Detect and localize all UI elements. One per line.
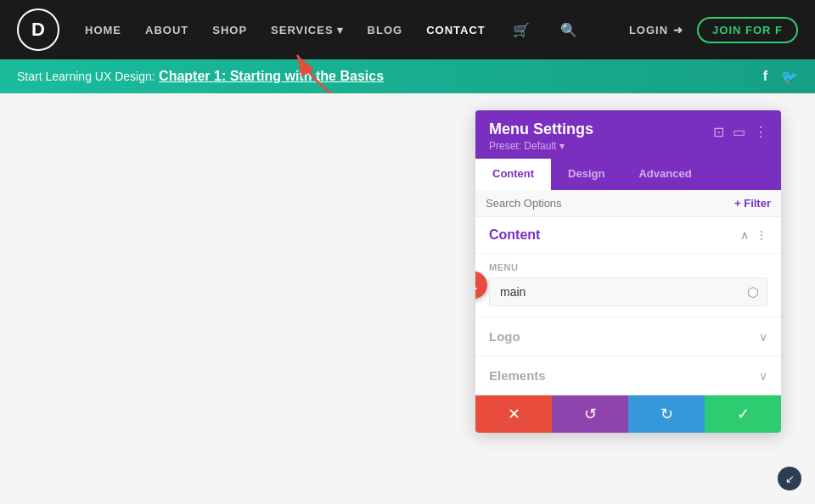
menu-field-label: Menu — [489, 262, 767, 272]
banner-link[interactable]: Chapter 1: Starting with the Basics — [159, 69, 384, 83]
cancel-button[interactable]: ✕ — [475, 395, 552, 433]
filter-button[interactable]: + Filter — [734, 197, 771, 210]
nav-services[interactable]: SERVICES ▾ — [271, 24, 344, 36]
logo-section-title: Logo — [489, 329, 520, 344]
social-icons: f 🐦 — [763, 69, 798, 85]
nav-blog[interactable]: BLOG — [368, 24, 403, 36]
main-area: Menu Settings Preset: Default ▾ ⊡ ▭ ⋮ Co… — [0, 93, 815, 504]
nav-shop[interactable]: SHOP — [212, 24, 247, 36]
elements-section-title: Elements — [489, 368, 546, 383]
search-options-input[interactable] — [486, 197, 734, 210]
undo-button[interactable]: ↺ — [552, 395, 628, 433]
tab-design[interactable]: Design — [551, 159, 621, 190]
nav-links: HOME ABOUT SHOP SERVICES ▾ BLOG CONTACT … — [85, 22, 629, 38]
panel-resize-icon[interactable]: ⊡ — [713, 124, 724, 140]
menu-settings-panel: Menu Settings Preset: Default ▾ ⊡ ▭ ⋮ Co… — [475, 110, 781, 433]
panel-preset: Preset: Default ▾ — [489, 140, 593, 152]
panel-more-icon[interactable]: ⋮ — [754, 124, 767, 140]
nav-home[interactable]: HOME — [85, 24, 121, 36]
panel-columns-icon[interactable]: ▭ — [733, 124, 745, 140]
menu-select[interactable]: main secondary footer — [489, 277, 767, 306]
join-button[interactable]: JOIN FOR F — [697, 17, 798, 43]
panel-actions: ✕ ↺ ↻ ✓ — [475, 395, 781, 433]
tab-advanced[interactable]: Advanced — [621, 159, 708, 190]
twitter-icon[interactable]: 🐦 — [781, 69, 798, 85]
cart-icon[interactable]: 🛒 — [513, 22, 530, 38]
confirm-button[interactable]: ✓ — [705, 395, 781, 433]
redo-button[interactable]: ↻ — [628, 395, 705, 433]
info-banner: Start Learning UX Design: Chapter 1: Sta… — [0, 59, 815, 93]
site-logo[interactable]: D — [17, 8, 59, 51]
panel-title: Menu Settings — [489, 120, 593, 138]
facebook-icon[interactable]: f — [763, 69, 767, 85]
elements-chevron-icon: ∨ — [759, 369, 767, 383]
banner-text: Start Learning UX Design: Chapter 1: Sta… — [17, 69, 384, 84]
chevron-down-icon: ▾ — [337, 24, 344, 36]
nav-about[interactable]: ABOUT — [145, 24, 188, 36]
nav-right: LOGIN ➜ JOIN FOR F — [629, 17, 798, 43]
search-icon[interactable]: 🔍 — [560, 22, 577, 38]
elements-section[interactable]: Elements ∨ — [475, 356, 781, 395]
content-more-button[interactable]: ⋮ — [756, 228, 767, 242]
collapse-content-button[interactable]: ∧ — [740, 228, 749, 242]
panel-body: Content ∧ ⋮ 1 Menu main secondary footer — [475, 217, 781, 395]
logo-chevron-icon: ∨ — [759, 330, 767, 344]
content-section-header: Content ∧ ⋮ — [475, 217, 781, 254]
nav-contact[interactable]: CONTACT — [426, 24, 486, 36]
menu-field-row: 1 Menu main secondary footer ⬡ — [475, 254, 781, 317]
preset-chevron-icon: ▾ — [559, 140, 565, 152]
content-section-title: Content — [489, 227, 540, 243]
panel-tabs: Content Design Advanced — [475, 159, 781, 190]
arrow-right-icon: ➜ — [673, 24, 683, 36]
top-navigation: D HOME ABOUT SHOP SERVICES ▾ BLOG CONTAC… — [0, 0, 815, 59]
drag-handle[interactable]: ↙ — [778, 467, 801, 490]
panel-header: Menu Settings Preset: Default ▾ ⊡ ▭ ⋮ — [475, 110, 781, 159]
tab-content[interactable]: Content — [475, 159, 551, 190]
logo-section[interactable]: Logo ∨ — [475, 317, 781, 356]
step-badge-1: 1 — [475, 272, 487, 299]
login-link[interactable]: LOGIN ➜ — [629, 24, 683, 36]
panel-search-bar: + Filter — [475, 190, 781, 217]
